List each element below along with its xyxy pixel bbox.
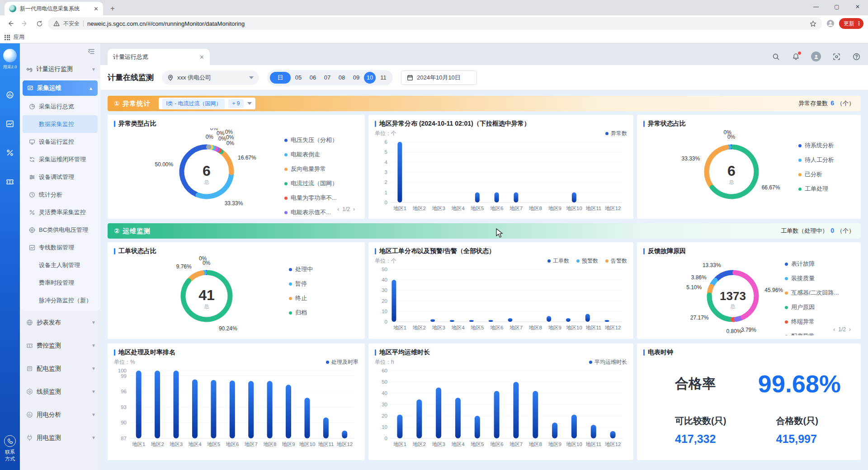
day-pill-07[interactable]: 07 [321, 72, 334, 84]
minimize-button[interactable]: — [806, 0, 826, 14]
screen: 新一代用电信息采集系统 ✕ + — ▢ ✕ 不安全 neweic.js.sgcc… [0, 0, 868, 470]
svg-text:20: 20 [382, 298, 387, 304]
dashboard-icon[interactable] [6, 91, 14, 99]
target-icon [29, 227, 35, 233]
chevron-down-icon [249, 76, 254, 79]
tools-icon[interactable] [6, 149, 14, 157]
pager-prev-icon[interactable]: ‹ [337, 206, 339, 212]
sidebar-group-用电监测[interactable]: 用电监测▼ [20, 426, 100, 449]
svg-text:5: 5 [385, 149, 387, 155]
chart-unit: 单位：% [114, 358, 135, 366]
svg-text:33.33%: 33.33% [681, 155, 700, 162]
exception-type-select[interactable]: Ⅰ类 - 电流过流（国网） + 9 [159, 98, 255, 109]
svg-text:地区6: 地区6 [490, 325, 503, 330]
svg-text:地区9: 地区9 [282, 442, 295, 447]
svg-text:87: 87 [121, 436, 127, 441]
browser-update-button[interactable]: 更新 ⋮ [839, 18, 863, 29]
legend-dot [284, 168, 288, 171]
day-pill-06[interactable]: 06 [306, 72, 320, 84]
bookmark-star-icon[interactable] [810, 20, 816, 27]
browser-tab[interactable]: 新一代用电信息采集系统 ✕ [5, 2, 103, 15]
sidebar-item-专线数据管理[interactable]: 专线数据管理 [20, 239, 100, 256]
sidebar-item-采集运维闭环管理[interactable]: 采集运维闭环管理 [20, 150, 100, 168]
reload-icon[interactable] [33, 18, 45, 29]
pager-next-icon[interactable]: › [353, 206, 355, 212]
forward-icon[interactable] [19, 18, 31, 29]
legend-label: 已分析 [805, 170, 822, 179]
sidebar-group-线损监测[interactable]: 线损监测▼ [20, 380, 100, 403]
sidebar-item-灵活费率采集监控[interactable]: 灵活费率采集监控 [20, 203, 100, 221]
chart-icon [26, 411, 33, 418]
new-tab-button[interactable]: + [107, 3, 118, 14]
section-exception-title: ①异常统计 [114, 99, 151, 108]
update-label: 更新 [844, 20, 854, 28]
day-pill-09[interactable]: 09 [349, 72, 363, 84]
legend-item: 待人工分析 [798, 155, 853, 164]
browser-profile-icon[interactable] [825, 18, 836, 29]
pager-next-icon[interactable]: › [849, 326, 851, 333]
tab-close-icon[interactable]: ✕ [94, 5, 99, 12]
bookmark-apps[interactable]: 应用 [14, 33, 24, 41]
svg-text:40: 40 [382, 277, 387, 282]
sidebar-group-用电分析[interactable]: 用电分析▼ [20, 403, 100, 426]
notification-bell-icon[interactable] [791, 52, 800, 61]
sidebar-item-费率时段管理[interactable]: 费率时段管理 [20, 274, 100, 291]
sidebar-item-采集运行总览[interactable]: 采集运行总览 [20, 98, 100, 115]
fullscreen-icon[interactable] [832, 52, 841, 61]
search-icon[interactable] [771, 52, 780, 61]
sidebar-item-BC类供电电压管理[interactable]: BC类供电电压管理 [20, 221, 100, 239]
maximize-button[interactable]: ▢ [826, 0, 847, 14]
help-icon[interactable] [852, 52, 861, 61]
svg-text:0%: 0% [724, 129, 732, 136]
svg-text:地区2: 地区2 [413, 206, 426, 211]
contact-block[interactable]: 联系方式 [4, 435, 16, 462]
sidebar-group-collection-ops[interactable]: 采集运维 ▲ [23, 80, 98, 96]
workspace-tab[interactable]: 计量运行总览 ✕ [108, 49, 210, 65]
sidebar-item-metering-monitor[interactable]: 计量运行监测 ▼ [20, 60, 100, 79]
sidebar-item-脉冲分路监控（新）[interactable]: 脉冲分路监控（新） [20, 291, 100, 309]
workspace-tab-close-icon[interactable]: ✕ [199, 54, 204, 61]
sidebar-item-设备主人制管理[interactable]: 设备主人制管理 [20, 256, 100, 274]
day-pill-11[interactable]: 11 [377, 72, 390, 84]
kebab-icon[interactable]: ⋮ [856, 20, 862, 27]
sidebar-item-统计分析[interactable]: 统计分析 [20, 186, 100, 203]
day-pill-08[interactable]: 08 [335, 72, 349, 84]
coupon-icon[interactable] [6, 178, 14, 186]
sidebar-group-费控监测[interactable]: 费控监测▼ [20, 334, 100, 357]
legend-item: 预警数 [576, 257, 598, 265]
svg-text:地区1: 地区1 [393, 206, 406, 211]
sidebar-group-抄表发布[interactable]: 抄表发布▼ [20, 311, 100, 334]
svg-text:地区4: 地区4 [451, 325, 465, 330]
workspace-tabbar: 计量运行总览 ✕ [100, 43, 868, 65]
sidebar-item-设备运行监控[interactable]: 设备运行监控 [20, 133, 100, 150]
date-picker[interactable]: 2024年10月10日 [401, 70, 477, 85]
user-avatar[interactable] [811, 52, 821, 61]
sidebar-item-数据采集监控[interactable]: 数据采集监控 [23, 115, 98, 133]
bookmarks-bar: 应用 [0, 32, 868, 43]
sidebar-group-配电监测[interactable]: 配电监测▼ [20, 357, 100, 380]
legend-item: 暂停 [289, 279, 357, 288]
back-icon[interactable] [5, 18, 16, 29]
exception-type-tag: Ⅰ类 - 电流过流（国网） [162, 99, 225, 109]
legend-item: 处理中 [289, 265, 357, 274]
day-pill-10[interactable]: 10 [364, 72, 376, 84]
svg-text:地区3: 地区3 [432, 442, 445, 447]
collection-icon[interactable] [6, 120, 14, 128]
sidebar-item-label: 设备主人制管理 [39, 261, 80, 269]
apps-grid-icon[interactable] [5, 35, 10, 40]
sidebar-collapse-button[interactable] [88, 48, 95, 55]
donut-legend: 待系统分析待人工分析已分析工单处理 [798, 141, 853, 199]
sidebar-group-label: 线损监测 [37, 388, 61, 396]
page-title: 计量在线监测 [108, 72, 154, 83]
company-select[interactable]: xxx 供电公司 [162, 70, 259, 85]
svg-text:0%: 0% [210, 128, 218, 132]
day-pill-05[interactable]: 05 [292, 72, 305, 84]
sidebar-item-设备调试管理[interactable]: 设备调试管理 [20, 168, 100, 186]
pager-prev-icon[interactable]: ‹ [833, 326, 835, 333]
window-close-button[interactable]: ✕ [847, 0, 868, 14]
svg-text:地区7: 地区7 [509, 442, 523, 447]
panel-region-workorder: 地区工单分布以及预警/告警（全部状态） 单位：个工单数预警数告警数 010203… [368, 242, 633, 339]
chevron-down-icon: ▼ [91, 320, 96, 325]
address-bar[interactable]: 不安全 neweic.js.sgcc.com.cn/#/com/runningM… [48, 17, 822, 30]
period-day-button[interactable]: 日 [270, 72, 291, 84]
